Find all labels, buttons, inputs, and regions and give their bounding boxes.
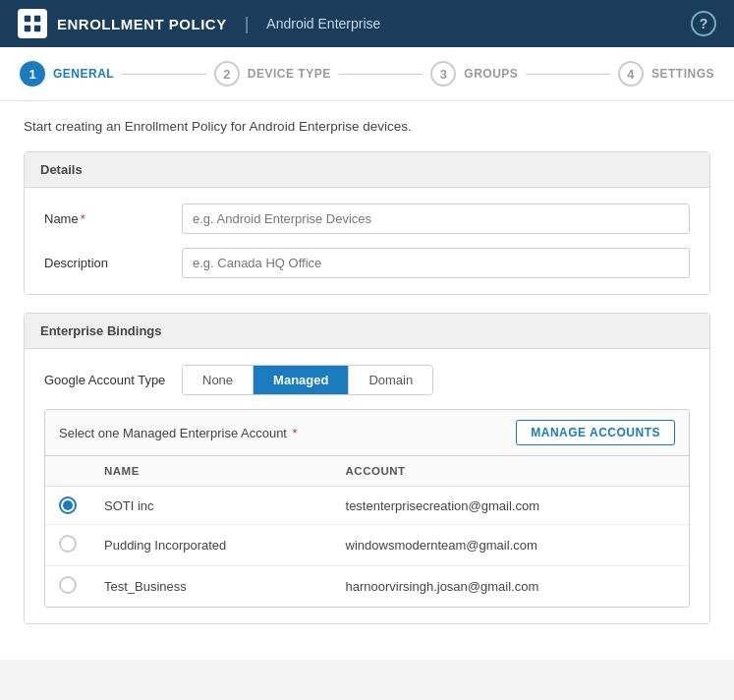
wizard-stepper: 1 GENERAL 2 DEVICE TYPE 3 GROUPS 4 SETTI… [0, 47, 734, 101]
account-cell-0: testenterprisecreation@gmail.com [332, 487, 689, 525]
account-cell-2: harnoorvirsingh.josan@gmail.com [332, 566, 689, 608]
step-4-circle: 4 [618, 61, 644, 87]
main-content: Start creating an Enrollment Policy for … [0, 101, 734, 660]
header-divider: | [245, 14, 250, 34]
step-connector-3 [526, 74, 610, 75]
step-connector-1 [122, 74, 206, 75]
enterprise-card-body: Google Account Type None Managed Domain … [25, 349, 709, 623]
radio-cell-2[interactable] [45, 566, 90, 608]
toggle-none[interactable]: None [183, 366, 254, 394]
step-2-circle: 2 [214, 61, 240, 87]
toggle-managed[interactable]: Managed [254, 366, 349, 394]
google-account-row: Google Account Type None Managed Domain [44, 365, 690, 395]
description-input[interactable] [182, 248, 690, 278]
inner-required-marker: * [289, 426, 298, 440]
step-3-label: GROUPS [464, 67, 518, 81]
name-cell-2: Test_Business [90, 566, 332, 608]
account-table: NAME ACCOUNT SOTI inc testenterprisecrea… [45, 456, 689, 607]
account-cell-1: windowsmodernteam@gmail.com [332, 525, 689, 566]
name-cell-0: SOTI inc [90, 487, 332, 525]
radio-1[interactable] [59, 535, 77, 553]
svg-rect-2 [25, 26, 30, 31]
enterprise-card: Enterprise Bindings Google Account Type … [24, 313, 710, 624]
step-connector-2 [339, 74, 423, 75]
step-1[interactable]: 1 GENERAL [20, 61, 114, 87]
svg-rect-3 [34, 26, 40, 31]
step-4[interactable]: 4 SETTINGS [618, 61, 714, 87]
step-1-circle: 1 [20, 61, 45, 87]
table-row[interactable]: SOTI inc testenterprisecreation@gmail.co… [45, 487, 689, 525]
step-2[interactable]: 2 DEVICE TYPE [214, 61, 331, 87]
details-card-body: Name* Description [25, 188, 709, 294]
name-row: Name* [44, 204, 690, 234]
radio-cell-0[interactable] [45, 487, 90, 525]
manage-accounts-button[interactable]: MANAGE ACCOUNTS [516, 420, 675, 445]
table-header-account: ACCOUNT [332, 456, 689, 487]
radio-2[interactable] [59, 576, 77, 594]
step-3-circle: 3 [430, 61, 456, 87]
description-label: Description [44, 248, 182, 270]
enterprise-card-header: Enterprise Bindings [25, 314, 709, 349]
radio-0[interactable] [59, 496, 77, 514]
table-header-row: NAME ACCOUNT [45, 456, 689, 487]
step-3[interactable]: 3 GROUPS [430, 61, 518, 87]
table-row[interactable]: Test_Business harnoorvirsingh.josan@gmai… [45, 566, 689, 608]
name-cell-1: Pudding Incorporated [90, 525, 332, 566]
header-subtitle: Android Enterprise [266, 16, 380, 31]
account-type-toggle: None Managed Domain [182, 365, 433, 395]
name-required-marker: * [81, 211, 85, 226]
enterprise-account-card: Select one Managed Enterprise Account * … [44, 409, 690, 608]
help-button[interactable]: ? [691, 11, 716, 36]
toggle-domain[interactable]: Domain [349, 366, 432, 394]
app-header: ENROLLMENT POLICY | Android Enterprise ? [0, 0, 734, 47]
details-card-header: Details [25, 152, 709, 188]
google-account-label: Google Account Type [44, 365, 182, 387]
step-1-label: GENERAL [53, 67, 114, 81]
intro-text: Start creating an Enrollment Policy for … [24, 119, 710, 134]
details-card: Details Name* Description [24, 151, 710, 295]
table-header-radio [45, 456, 90, 487]
name-input[interactable] [182, 204, 690, 234]
step-2-label: DEVICE TYPE [248, 67, 331, 81]
header-left: ENROLLMENT POLICY | Android Enterprise [18, 9, 380, 38]
svg-rect-1 [34, 16, 40, 22]
app-logo-icon [18, 9, 47, 38]
table-row[interactable]: Pudding Incorporated windowsmodernteam@g… [45, 525, 689, 566]
name-label: Name* [44, 204, 182, 226]
radio-cell-1[interactable] [45, 525, 90, 566]
enterprise-account-title: Select one Managed Enterprise Account * [59, 426, 298, 440]
table-header-name: NAME [90, 456, 332, 487]
step-4-label: SETTINGS [651, 67, 714, 81]
enterprise-account-header: Select one Managed Enterprise Account * … [45, 410, 689, 456]
svg-rect-0 [25, 16, 30, 22]
description-row: Description [44, 248, 690, 278]
app-title: ENROLLMENT POLICY [57, 16, 227, 32]
